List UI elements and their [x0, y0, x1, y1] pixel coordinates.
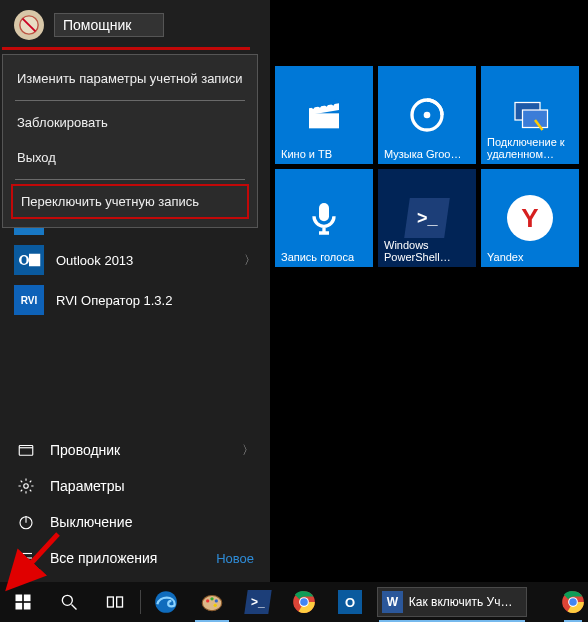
svg-rect-21: [319, 203, 329, 221]
start-menu-bottom-nav: Проводник 〉 Параметры Выключение Все при…: [0, 428, 270, 582]
nav-power[interactable]: Выключение: [0, 504, 270, 540]
chevron-right-icon: 〉: [242, 442, 254, 459]
outlook-icon: O: [338, 590, 362, 614]
start-tiles: Кино и ТВ Музыка Groo… Подключение к уда…: [275, 66, 579, 267]
svg-rect-23: [24, 595, 31, 602]
app-label: Outlook 2013: [56, 253, 133, 268]
taskbar-app-outlook[interactable]: O: [327, 582, 373, 622]
svg-rect-8: [19, 446, 33, 456]
nav-label: Все приложения: [50, 550, 157, 566]
svg-point-9: [24, 484, 29, 489]
nav-explorer[interactable]: Проводник 〉: [0, 432, 270, 468]
nav-label: Параметры: [50, 478, 125, 494]
svg-point-7: [22, 256, 27, 264]
microphone-icon: [304, 198, 344, 238]
menu-change-account-settings[interactable]: Изменить параметры учетной записи: [3, 61, 257, 96]
menu-lock[interactable]: Заблокировать: [3, 105, 257, 140]
svg-rect-5: [29, 254, 40, 267]
tile-groove-music[interactable]: Музыка Groo…: [378, 66, 476, 164]
app-rvi[interactable]: RVI RVI Оператор 1.3.2: [0, 280, 270, 320]
menu-sign-out[interactable]: Выход: [3, 140, 257, 175]
taskbar-app-edge[interactable]: [143, 582, 189, 622]
word-icon: W: [382, 591, 403, 613]
edge-icon: [153, 589, 179, 615]
account-context-menu: Изменить параметры учетной записи Заблок…: [2, 54, 258, 228]
user-name-label: Помощник: [63, 17, 131, 33]
search-icon: [59, 592, 79, 612]
remote-desktop-icon: [510, 95, 550, 135]
tile-label: Кино и ТВ: [281, 148, 367, 160]
nav-label: Выключение: [50, 514, 132, 530]
svg-point-32: [206, 599, 209, 602]
nav-settings[interactable]: Параметры: [0, 468, 270, 504]
menu-separator: [15, 179, 245, 180]
svg-point-41: [569, 598, 577, 606]
word-window-title: Как включить Учет…: [409, 595, 518, 609]
taskbar: >_ O W Как включить Учет…: [0, 582, 588, 622]
power-icon: [16, 512, 36, 532]
music-disc-icon: [407, 95, 447, 135]
all-apps-icon: [16, 548, 36, 568]
nav-all-apps[interactable]: Все приложения Новое: [0, 540, 270, 576]
nav-label: Проводник: [50, 442, 120, 458]
taskbar-app-word[interactable]: W Как включить Учет…: [373, 582, 531, 622]
start-menu: Помощник Изменить параметры учетной запи…: [0, 0, 270, 582]
svg-point-33: [210, 597, 213, 600]
tile-yandex[interactable]: Y Yandex: [481, 169, 579, 267]
windows-logo-icon: [13, 592, 33, 612]
tile-label: Запись голоса: [281, 251, 367, 263]
menu-switch-user[interactable]: Переключить учетную запись: [11, 184, 249, 219]
taskbar-separator: [140, 590, 141, 614]
powershell-icon: >_: [244, 590, 271, 614]
explorer-icon: [16, 440, 36, 460]
user-name-button[interactable]: Помощник: [54, 13, 164, 37]
chrome-icon: [291, 589, 317, 615]
tile-label: Музыка Groo…: [384, 148, 470, 160]
yandex-icon: Y: [507, 195, 553, 241]
user-avatar-icon: [14, 10, 44, 40]
svg-rect-22: [16, 595, 23, 602]
menu-separator: [15, 100, 245, 101]
powershell-icon: >_: [404, 198, 450, 238]
tile-label: Подключение к удаленном…: [487, 136, 573, 160]
taskbar-app-powershell[interactable]: >_: [235, 582, 281, 622]
svg-rect-20: [523, 110, 548, 128]
taskbar-app-paint[interactable]: [189, 582, 235, 622]
tile-movies-tv[interactable]: Кино и ТВ: [275, 66, 373, 164]
chrome-icon: [560, 589, 586, 615]
tile-powershell[interactable]: >_ WindowsPowerShell…: [378, 169, 476, 267]
task-view-button[interactable]: [92, 582, 138, 622]
outlook-icon: [14, 245, 44, 275]
chevron-right-icon: 〉: [244, 252, 256, 269]
app-outlook[interactable]: Outlook 2013 〉: [0, 240, 270, 280]
tile-voice-recorder[interactable]: Запись голоса: [275, 169, 373, 267]
svg-rect-29: [117, 597, 123, 607]
svg-point-18: [424, 112, 431, 119]
tile-remote-desktop[interactable]: Подключение к удаленном…: [481, 66, 579, 164]
svg-point-34: [215, 599, 218, 602]
svg-rect-25: [24, 603, 31, 610]
app-label: RVI Оператор 1.3.2: [56, 293, 172, 308]
svg-point-35: [214, 604, 217, 607]
clapperboard-icon: [304, 95, 344, 135]
svg-line-27: [72, 605, 77, 610]
svg-rect-24: [16, 603, 23, 610]
svg-point-38: [300, 598, 308, 606]
start-button[interactable]: [0, 582, 46, 622]
search-button[interactable]: [46, 582, 92, 622]
gear-icon: [16, 476, 36, 496]
annotation-underline: [2, 47, 250, 50]
svg-point-26: [62, 595, 72, 605]
paint-icon: [199, 589, 225, 615]
new-badge: Новое: [216, 551, 254, 566]
svg-rect-28: [108, 597, 114, 607]
tile-label: Yandex: [487, 251, 573, 263]
task-view-icon: [105, 592, 125, 612]
taskbar-app-chrome[interactable]: [281, 582, 327, 622]
tile-label: WindowsPowerShell…: [384, 239, 470, 263]
user-header[interactable]: Помощник: [0, 0, 270, 50]
taskbar-app-chrome-right[interactable]: [558, 582, 588, 622]
rvi-icon: RVI: [14, 285, 44, 315]
svg-rect-15: [309, 113, 339, 128]
